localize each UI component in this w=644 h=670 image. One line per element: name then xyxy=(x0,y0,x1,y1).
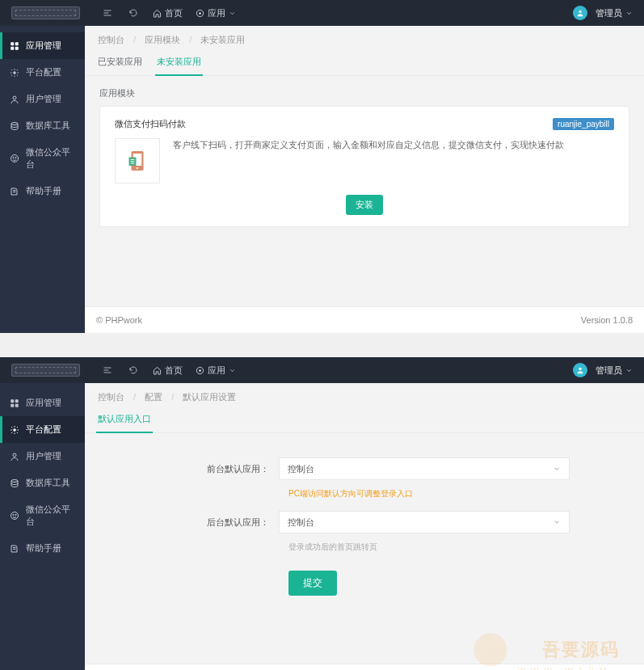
app-dropdown[interactable]: 应用 xyxy=(196,7,236,19)
front-default-select[interactable]: 控制台 xyxy=(279,457,570,480)
sidebar: 应用管理平台配置用户管理数据库工具微信公众平台帮助手册 xyxy=(0,383,85,670)
svg-rect-5 xyxy=(11,47,15,50)
crumb[interactable]: 控制台 xyxy=(98,35,124,44)
sidebar-item-label: 微信公众平台 xyxy=(26,504,75,528)
back-default-select[interactable]: 控制台 xyxy=(279,511,570,533)
svg-point-27 xyxy=(11,512,19,520)
sidebar-item-platform[interactable]: 平台配置 xyxy=(0,416,85,443)
sidebar-toggle-icon[interactable] xyxy=(103,8,112,18)
sidebar-item-apps-icon xyxy=(10,398,19,408)
module-card: 微信支付扫码付款 ruanjie_paybill 客户线下扫码，打开商家定义支付… xyxy=(99,106,629,227)
sidebar-item-label: 帮助手册 xyxy=(26,542,61,554)
svg-point-18 xyxy=(199,369,201,372)
user-menu[interactable]: 管理员 xyxy=(573,363,633,377)
back-hint: 登录成功后的首页跳转页 xyxy=(117,538,612,564)
tab-default-entry[interactable]: 默认应用入口 xyxy=(96,408,153,433)
back-default-label: 后台默认应用： xyxy=(117,516,279,529)
svg-point-12 xyxy=(15,157,17,158)
svg-rect-21 xyxy=(15,399,19,402)
user-label: 管理员 xyxy=(596,364,622,377)
module-thumbnail xyxy=(115,138,160,183)
crumb[interactable]: 控制台 xyxy=(98,392,124,402)
sidebar-item-help[interactable]: 帮助手册 xyxy=(0,178,85,204)
refresh-icon[interactable] xyxy=(128,365,138,375)
user-menu[interactable]: 管理员 xyxy=(573,6,633,20)
card-title: 微信支付扫码付款 xyxy=(115,118,186,130)
tab-not-installed[interactable]: 未安装应用 xyxy=(155,51,203,76)
user-label: 管理员 xyxy=(596,7,622,19)
form-area: 前台默认应用： 控制台 PC端访问默认方向可调整登录入口 后台默认应用： 控制台 xyxy=(85,433,644,620)
tab-installed[interactable]: 已安装应用 xyxy=(96,51,144,75)
sidebar-item-label: 用户管理 xyxy=(26,450,61,462)
sidebar-item-wechat[interactable]: 微信公众平台 xyxy=(0,139,85,178)
watermark-text: 吾要源码 xyxy=(542,638,620,662)
sidebar-item-database-icon xyxy=(10,478,19,488)
home-label: 首页 xyxy=(165,364,183,377)
svg-rect-4 xyxy=(15,42,19,45)
svg-rect-6 xyxy=(15,47,19,50)
app-label: 应用 xyxy=(208,364,225,377)
home-label: 首页 xyxy=(165,7,183,19)
sidebar-item-apps-icon xyxy=(10,41,19,51)
sidebar: 应用管理平台配置用户管理数据库工具微信公众平台帮助手册 xyxy=(0,26,85,333)
home-link[interactable]: 首页 xyxy=(153,7,183,19)
screenshot-panel-1: 首页 应用 管理员 应用管理平台配置用户管理数据库工具微信公众平台帮助手册 控制… xyxy=(0,0,644,333)
sidebar-item-database-icon xyxy=(10,121,19,131)
content-area: 控制台 / 配置 / 默认应用设置 默认应用入口 前台默认应用： 控制台 xyxy=(85,383,644,670)
svg-point-19 xyxy=(579,368,581,370)
chevron-down-icon xyxy=(229,10,236,17)
sidebar-item-database[interactable]: 数据库工具 xyxy=(0,112,85,139)
sidebar-item-label: 微信公众平台 xyxy=(26,146,75,171)
sidebar-item-apps[interactable]: 应用管理 xyxy=(0,390,85,416)
svg-point-11 xyxy=(13,157,15,158)
chevron-down-icon xyxy=(625,10,633,17)
avatar xyxy=(573,6,587,20)
sidebar-item-label: 平台配置 xyxy=(26,66,61,78)
svg-point-26 xyxy=(11,479,18,482)
screenshot-panel-2: 首页 应用 管理员 应用管理平台配置用户管理数据库工具微信公众平台帮助手册 控制… xyxy=(0,357,644,670)
crumb[interactable]: 应用模块 xyxy=(145,35,180,44)
sidebar-item-platform-icon xyxy=(10,425,19,435)
sidebar-item-users-icon xyxy=(10,452,19,461)
submit-button[interactable]: 提交 xyxy=(288,571,337,596)
chevron-down-icon xyxy=(625,367,633,374)
logo[interactable] xyxy=(11,6,80,19)
sidebar-toggle-icon[interactable] xyxy=(103,365,112,375)
crumb[interactable]: 配置 xyxy=(145,392,162,402)
svg-point-9 xyxy=(11,122,18,124)
sidebar-item-platform[interactable]: 平台配置 xyxy=(0,59,85,86)
sidebar-item-apps[interactable]: 应用管理 xyxy=(0,32,85,59)
tabs: 已安装应用 未安装应用 xyxy=(85,51,644,76)
sidebar-item-wechat-icon xyxy=(10,154,19,163)
svg-point-10 xyxy=(11,155,19,162)
svg-point-7 xyxy=(14,71,16,74)
svg-point-2 xyxy=(579,11,581,13)
home-link[interactable]: 首页 xyxy=(153,364,183,377)
svg-point-29 xyxy=(15,514,17,516)
chevron-down-icon xyxy=(553,465,561,473)
crumb: 未安装应用 xyxy=(200,35,245,44)
breadcrumb: 控制台 / 配置 / 默认应用设置 xyxy=(85,383,644,408)
sidebar-item-users[interactable]: 用户管理 xyxy=(0,443,85,470)
chevron-down-icon xyxy=(229,367,236,374)
app-dropdown[interactable]: 应用 xyxy=(196,364,236,377)
sidebar-item-platform-icon xyxy=(10,68,19,78)
sidebar-item-users[interactable]: 用户管理 xyxy=(0,86,85,112)
chevron-down-icon xyxy=(553,518,561,526)
svg-rect-23 xyxy=(15,404,19,407)
footer-copyright: © PHPwork xyxy=(96,315,142,325)
sidebar-item-wechat[interactable]: 微信公众平台 xyxy=(0,496,85,535)
footer-version: Version 1.0.8 xyxy=(581,315,633,325)
logo[interactable] xyxy=(11,364,80,377)
select-value: 控制台 xyxy=(288,516,314,529)
svg-point-25 xyxy=(13,453,16,457)
install-button[interactable]: 安装 xyxy=(346,195,383,215)
sidebar-item-wechat-icon xyxy=(10,511,19,520)
svg-point-28 xyxy=(13,514,15,516)
sidebar-item-label: 数据库工具 xyxy=(26,477,70,489)
sidebar-item-database[interactable]: 数据库工具 xyxy=(0,470,85,496)
sidebar-item-help[interactable]: 帮助手册 xyxy=(0,535,85,562)
refresh-icon[interactable] xyxy=(128,8,138,18)
tabs: 默认应用入口 xyxy=(85,408,644,433)
breadcrumb: 控制台 / 应用模块 / 未安装应用 xyxy=(85,26,644,51)
